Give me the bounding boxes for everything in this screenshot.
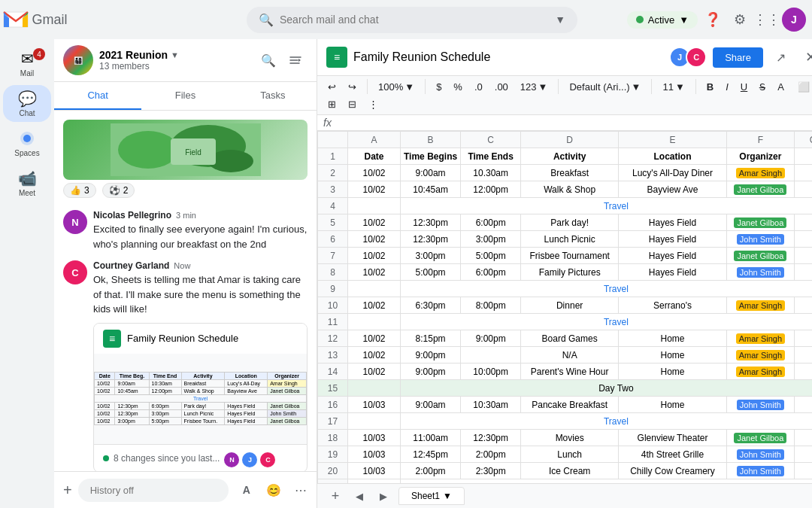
active-status-pill[interactable]: Active ▼ <box>627 11 698 29</box>
apps-button[interactable]: ⋮⋮ <box>755 8 779 32</box>
cell[interactable]: Serrano's <box>619 297 727 314</box>
cell[interactable]: 8:00pm <box>461 297 521 314</box>
col-header-b[interactable]: B <box>401 132 461 148</box>
cell[interactable]: Amar Singh <box>726 297 794 314</box>
cell[interactable]: Breakfast <box>521 165 619 181</box>
cell[interactable]: Home <box>619 330 727 347</box>
format-text-button[interactable]: A <box>235 478 259 502</box>
cell[interactable]: 10:00pm <box>461 364 521 380</box>
emoji-button[interactable]: 😊 <box>262 478 286 502</box>
cell[interactable]: 9:00am <box>401 165 461 181</box>
add-message-button[interactable]: + <box>63 478 72 502</box>
cell[interactable]: 10:30am <box>461 397 521 413</box>
cell[interactable]: Day Two <box>401 380 813 397</box>
search-dropdown-icon[interactable]: ▼ <box>555 14 565 26</box>
chat-input[interactable] <box>78 479 229 502</box>
cell[interactable] <box>794 148 812 165</box>
sidebar-item-spaces[interactable]: Spaces <box>3 125 51 162</box>
cell[interactable]: 10/02 <box>348 330 401 347</box>
cell[interactable] <box>461 347 521 364</box>
cell[interactable]: 6:00pm <box>461 264 521 281</box>
cell[interactable]: John Smith <box>726 463 794 479</box>
cell[interactable]: John Smith <box>726 264 794 281</box>
sheet-nav-prev[interactable]: ◀ <box>350 487 368 505</box>
cell[interactable]: 3:00pm <box>461 231 521 248</box>
cell[interactable]: Family Pictures <box>521 264 619 281</box>
cell[interactable]: 10/03 <box>348 463 401 479</box>
font-button[interactable]: Default (Ari...) ▼ <box>565 80 645 94</box>
cell[interactable]: Lucy's All-Day Diner <box>619 165 727 181</box>
cell[interactable]: 9:00pm <box>401 347 461 364</box>
user-avatar[interactable]: J <box>782 8 806 32</box>
cell[interactable]: Organizer <box>726 148 794 165</box>
cell[interactable] <box>794 430 812 446</box>
percent-button[interactable]: % <box>449 80 467 94</box>
cell[interactable]: 2:00pm <box>461 446 521 463</box>
col-header-a[interactable]: A <box>348 132 401 148</box>
cell[interactable]: Pancake Breakfast <box>521 397 619 413</box>
share-button[interactable]: Share <box>713 47 763 68</box>
tab-chat[interactable]: Chat <box>54 82 141 110</box>
cell[interactable]: 9:00am <box>401 397 461 413</box>
more-toolbar-button[interactable]: ⋮ <box>364 97 383 111</box>
decimal0-button[interactable]: .0 <box>470 80 487 94</box>
cell[interactable]: 11:00am <box>401 430 461 446</box>
cell[interactable]: Home <box>619 397 727 413</box>
cell[interactable]: Location <box>619 148 727 165</box>
cell[interactable]: 3:00pm <box>401 248 461 264</box>
font-color-button[interactable]: A <box>773 80 790 94</box>
cell[interactable]: Janet Gilboa <box>726 248 794 264</box>
cell[interactable]: Glenview Theater <box>619 430 727 446</box>
font-size-button[interactable]: 11 ▼ <box>658 80 689 94</box>
cell[interactable] <box>794 248 812 264</box>
cell[interactable]: 10/02 <box>348 364 401 380</box>
cell[interactable]: Ice Cream <box>521 463 619 479</box>
cell[interactable]: 10/03 <box>348 446 401 463</box>
bg-color-button[interactable]: ⬜ <box>793 80 812 94</box>
cell[interactable]: 10/02 <box>348 264 401 281</box>
cell[interactable]: Board Games <box>521 330 619 347</box>
cell[interactable]: Amar Singh <box>726 364 794 380</box>
cell[interactable] <box>794 463 812 479</box>
search-input[interactable] <box>280 14 549 26</box>
col-header-e[interactable]: E <box>619 132 727 148</box>
help-button[interactable]: ❓ <box>701 8 725 32</box>
cell[interactable]: 10/02 <box>348 231 401 248</box>
cell[interactable]: Chilly Cow Creamery <box>619 463 727 479</box>
cell[interactable]: 5:00pm <box>461 248 521 264</box>
sheet-tab-1[interactable]: Sheet1 ▼ <box>398 487 465 505</box>
more-options-button[interactable]: ⋯ <box>289 478 313 502</box>
col-header-c[interactable]: C <box>461 132 521 148</box>
sidebar-item-chat[interactable]: 💬 Chat <box>3 85 51 122</box>
cell[interactable]: Travel <box>401 198 813 214</box>
search-chat-button[interactable]: 🔍 <box>256 48 280 72</box>
cell[interactable]: 12:30pm <box>401 231 461 248</box>
cell[interactable] <box>794 397 812 413</box>
cell[interactable]: Travel <box>401 314 813 330</box>
cell[interactable] <box>794 181 812 198</box>
cell[interactable]: Hayes Field <box>619 231 727 248</box>
cell[interactable] <box>794 364 812 380</box>
cell[interactable]: Park day! <box>521 214 619 231</box>
cell[interactable]: 12:00pm <box>461 181 521 198</box>
cell[interactable]: 10/02 <box>348 248 401 264</box>
cell[interactable]: Frisbee Tournament <box>521 248 619 264</box>
underline-button[interactable]: U <box>736 80 752 94</box>
cell[interactable] <box>794 165 812 181</box>
cell[interactable]: Hayes Field <box>619 214 727 231</box>
cell[interactable]: Travel <box>401 281 813 297</box>
cell[interactable]: 10/02 <box>348 165 401 181</box>
cell[interactable]: Hayes Field <box>619 248 727 264</box>
undo-button[interactable]: ↩ <box>323 80 341 94</box>
redo-button[interactable]: ↪ <box>344 80 361 94</box>
merge-button[interactable]: ⊟ <box>344 97 361 111</box>
cell[interactable]: John Smith <box>726 231 794 248</box>
reaction-soccer[interactable]: ⚽ 2 <box>102 183 135 198</box>
cell[interactable]: Amar Singh <box>726 330 794 347</box>
cell[interactable]: Activity <box>521 148 619 165</box>
strikethrough-button[interactable]: S̶ <box>755 80 770 94</box>
group-dropdown-icon[interactable]: ▼ <box>171 50 179 59</box>
cell[interactable]: Time Ends <box>461 148 521 165</box>
cell[interactable]: Time Begins <box>401 148 461 165</box>
open-external-button[interactable]: ↗ <box>769 45 793 69</box>
